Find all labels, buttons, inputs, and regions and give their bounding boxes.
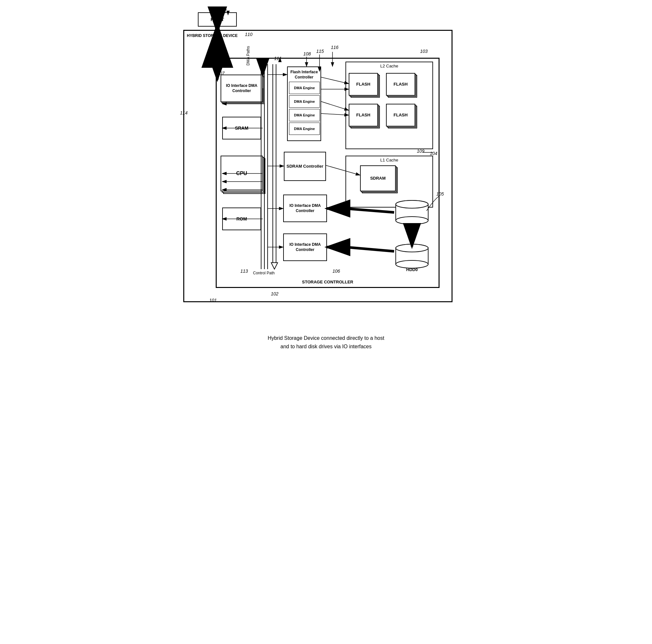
host-label: HOST [211, 16, 224, 23]
diagram-container: HOST 112 HYBRID STORAGE DEVICE 114 STORA… [180, 6, 472, 324]
ref-113: 113 [240, 269, 248, 274]
hdd1-icon [394, 199, 430, 225]
svg-point-3 [396, 200, 428, 208]
storage-controller-label: STORAGE CONTROLLER [302, 280, 353, 284]
flash-chip-tl: FLASH [349, 73, 378, 96]
ref-115: 115 [316, 49, 324, 54]
ref-111: 111 [274, 56, 281, 61]
hdd0-container: HDD0 [394, 243, 430, 272]
cpu-box: CPU [221, 156, 263, 191]
sram-box: SRAM [222, 117, 261, 139]
hdd1-container: HDD1 [394, 199, 430, 228]
l1-cache-label: L1 Cache [380, 158, 398, 163]
l2-cache-label: L2 Cache [380, 63, 398, 68]
control-path-label: Control Path [253, 271, 275, 275]
ref-106: 106 [332, 269, 340, 274]
ref-105: 105 [436, 191, 444, 197]
dma-engine-2: DMA Engine [289, 95, 320, 108]
io-dma-controller-top: IO Interface DMA Controller [221, 75, 263, 102]
host-box: HOST [198, 12, 237, 27]
ref-103: 103 [420, 49, 428, 54]
svg-point-7 [396, 244, 428, 252]
ref-112: 112 [219, 8, 226, 13]
flash-interface-controller: Flash Interface Controller DMA Engine DM… [287, 66, 321, 141]
ref-108: 108 [303, 51, 311, 56]
ref-109: 109 [417, 148, 424, 154]
io-dma-controller-mid: IO Interface DMA Controller [283, 195, 327, 222]
dma-paths-label: DMA Paths [246, 46, 250, 65]
fic-label: Flash Interface Controller [288, 70, 321, 80]
sdram-controller: SDRAM Controller [284, 152, 326, 181]
ref-102: 102 [271, 291, 278, 297]
ref-104: 104 [430, 151, 437, 156]
flash-chip-br: FLASH [386, 104, 415, 127]
dma-engine-1: DMA Engine [289, 82, 320, 94]
diagram-caption: Hybrid Storage Device connected directly… [213, 334, 439, 351]
dma-engines: DMA Engine DMA Engine DMA Engine DMA Eng… [288, 82, 321, 135]
rom-box: ROM [222, 207, 261, 230]
ref-107: 107 [217, 71, 224, 76]
dma-engine-4: DMA Engine [289, 122, 320, 135]
io-dma-controller-bot: IO Interface DMA Controller [283, 233, 327, 261]
flash-chip-bl: FLASH [349, 104, 378, 127]
hybrid-storage-label: HYBRID STORAGE DEVICE [187, 33, 238, 38]
ref-110: 110 [245, 32, 252, 37]
ref-101: 101 [209, 298, 217, 303]
page-wrapper: HOST 112 HYBRID STORAGE DEVICE 114 STORA… [180, 6, 472, 351]
hdd0-icon [394, 243, 430, 269]
dma-engine-3: DMA Engine [289, 109, 320, 121]
flash-chip-tr: FLASH [386, 73, 415, 96]
sdram-chip: SDRAM [360, 165, 396, 191]
ref-116: 116 [331, 45, 338, 50]
ref-114: 114 [180, 110, 188, 115]
